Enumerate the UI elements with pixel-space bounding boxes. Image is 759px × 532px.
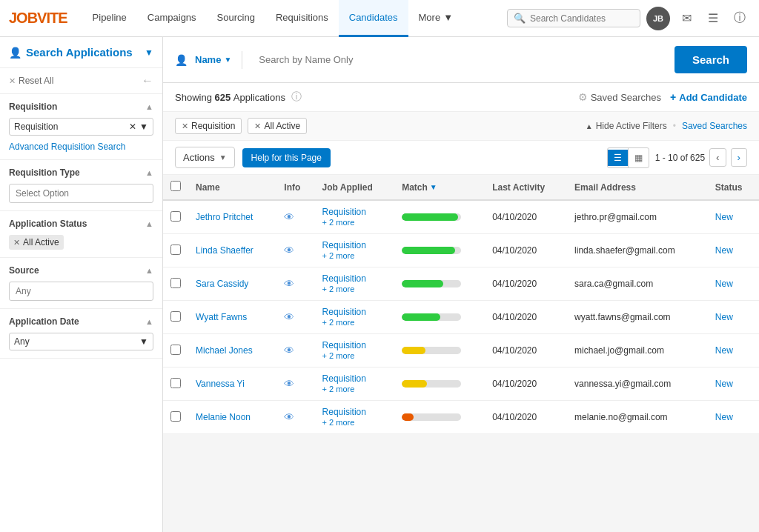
job-more-5[interactable]: + 2 more: [322, 385, 355, 393]
help-page-button[interactable]: Help for this Page: [242, 148, 331, 167]
nav-candidates[interactable]: Candidates: [339, 0, 408, 37]
app-status-header[interactable]: Application Status ▲: [9, 219, 153, 229]
candidate-name-6[interactable]: Melanie Noon: [196, 412, 251, 422]
nav-links: Pipeline Campaigns Sourcing Requisitions…: [82, 0, 507, 37]
chevron-down-icon[interactable]: ▼: [139, 122, 148, 132]
job-applied-1[interactable]: Requisition: [322, 240, 366, 250]
chevron-down-icon[interactable]: ▼: [139, 336, 148, 347]
search-button[interactable]: Search: [675, 46, 747, 73]
add-candidate-button[interactable]: + Add Candidate: [670, 91, 747, 103]
status-2[interactable]: New: [715, 279, 733, 289]
select-all-checkbox[interactable]: [170, 181, 181, 191]
nav-campaigns[interactable]: Campaigns: [137, 0, 207, 37]
nav-more[interactable]: More ▼: [408, 0, 464, 37]
nav-requisitions[interactable]: Requisitions: [265, 0, 339, 37]
candidate-search-input[interactable]: [530, 13, 634, 24]
row-checkbox-0[interactable]: [170, 211, 181, 222]
candidate-info-icon-4[interactable]: 👁: [284, 345, 294, 356]
search-field-dropdown[interactable]: Name ▼: [195, 54, 231, 65]
search-name-input[interactable]: [253, 54, 667, 65]
list-view-button[interactable]: ☰: [608, 150, 628, 166]
candidate-info-icon-5[interactable]: 👁: [284, 378, 294, 390]
job-more-1[interactable]: + 2 more: [322, 251, 355, 260]
nav-pipeline[interactable]: Pipeline: [82, 0, 137, 37]
reset-all-button[interactable]: ✕ Reset All ←: [0, 68, 162, 94]
saved-searches-right[interactable]: Saved Searches: [682, 121, 747, 131]
job-applied-3[interactable]: Requisition: [322, 307, 366, 317]
candidate-name-4[interactable]: Michael Jones: [196, 345, 253, 356]
avatar[interactable]: JB: [646, 7, 670, 30]
hide-active-filters-button[interactable]: ▲ Hide Active Filters: [586, 121, 667, 131]
req-type-header[interactable]: Requisition Type ▲: [9, 167, 153, 178]
pagination: 1 - 10 of 625 ‹ ›: [655, 148, 747, 167]
req-type-input[interactable]: [9, 184, 153, 203]
candidate-info-icon-3[interactable]: 👁: [284, 311, 294, 323]
job-more-4[interactable]: + 2 more: [322, 351, 355, 360]
status-6[interactable]: New: [715, 412, 733, 422]
menu-icon[interactable]: ☰: [703, 8, 723, 29]
clear-status-icon[interactable]: ✕: [13, 238, 20, 247]
chevron-down-icon[interactable]: ▼: [145, 47, 153, 58]
top-navigation: JOBVITE Pipeline Campaigns Sourcing Requ…: [0, 0, 759, 37]
job-applied-2[interactable]: Requisition: [322, 273, 366, 284]
row-checkbox-5[interactable]: [170, 378, 181, 388]
status-4[interactable]: New: [715, 345, 733, 356]
job-applied-6[interactable]: Requisition: [322, 407, 366, 417]
job-more-6[interactable]: + 2 more: [322, 418, 355, 427]
job-more-2[interactable]: + 2 more: [322, 285, 355, 293]
next-page-button[interactable]: ›: [731, 148, 747, 167]
row-checkbox-2[interactable]: [170, 278, 181, 288]
job-more-3[interactable]: + 2 more: [322, 318, 355, 327]
requisition-dropdown[interactable]: Requisition ✕ ▼: [9, 118, 153, 136]
status-1[interactable]: New: [715, 245, 733, 256]
job-applied-4[interactable]: Requisition: [322, 340, 366, 350]
candidate-search-box[interactable]: 🔍: [507, 9, 640, 27]
candidate-info-icon-2[interactable]: 👁: [284, 278, 294, 290]
candidate-info-icon-1[interactable]: 👁: [284, 245, 294, 256]
help-icon[interactable]: ⓘ: [729, 8, 750, 29]
match-bar-0: [402, 213, 461, 221]
actions-dropdown[interactable]: Actions ▼: [175, 147, 235, 168]
candidate-name-0[interactable]: Jethro Pritchet: [196, 212, 253, 222]
mail-icon[interactable]: ✉: [676, 8, 697, 29]
source-input[interactable]: [9, 282, 153, 301]
candidate-info-icon-6[interactable]: 👁: [284, 411, 294, 423]
match-bar-6: [402, 413, 461, 421]
match-column-header[interactable]: Match ▼: [394, 175, 485, 200]
grid-view-button[interactable]: ▦: [629, 150, 649, 166]
all-active-filter-chip: ✕ All Active: [248, 118, 307, 134]
candidate-name-1[interactable]: Linda Shaeffer: [196, 245, 253, 256]
row-checkbox-1[interactable]: [170, 245, 181, 255]
row-checkbox-6[interactable]: [170, 411, 181, 422]
job-more-0[interactable]: + 2 more: [322, 218, 355, 227]
clear-requisition-icon[interactable]: ✕: [129, 122, 136, 132]
app-date-header[interactable]: Application Date ▲: [9, 316, 153, 327]
nav-sourcing[interactable]: Sourcing: [207, 0, 265, 37]
table-row: Wyatt Fawns 👁 Requisition + 2 more 04/10…: [163, 301, 759, 334]
source-header[interactable]: Source ▲: [9, 265, 153, 276]
candidate-info-icon-0[interactable]: 👁: [284, 211, 294, 223]
requisition-section-header[interactable]: Requisition ▲: [9, 102, 153, 112]
match-bar-1: [402, 247, 461, 254]
email-1: linda.shaefer@gmail.com: [567, 234, 708, 267]
row-checkbox-3[interactable]: [170, 311, 181, 322]
app-date-dropdown[interactable]: Any ▼: [9, 333, 153, 350]
job-applied-5[interactable]: Requisition: [322, 373, 366, 384]
match-fill-1: [402, 247, 455, 254]
previous-page-button[interactable]: ‹: [709, 148, 726, 167]
email-4: michael.jo@gmail.com: [567, 334, 708, 368]
remove-all-active-filter[interactable]: ✕: [254, 122, 261, 131]
candidate-name-3[interactable]: Wyatt Fawns: [196, 312, 247, 322]
status-5[interactable]: New: [715, 379, 733, 389]
candidate-name-5[interactable]: Vannessa Yi: [196, 379, 245, 389]
advanced-requisition-link[interactable]: Advanced Requisition Search: [9, 142, 153, 152]
remove-requisition-filter[interactable]: ✕: [182, 122, 188, 131]
last-activity-0: 04/10/2020: [485, 200, 567, 234]
saved-searches-button[interactable]: ⚙ Saved Searches: [578, 91, 661, 103]
help-circle-icon[interactable]: ⓘ: [291, 90, 302, 104]
status-3[interactable]: New: [715, 312, 733, 322]
status-0[interactable]: New: [715, 212, 733, 222]
job-applied-0[interactable]: Requisition: [322, 207, 366, 217]
candidate-name-2[interactable]: Sara Cassidy: [196, 279, 248, 289]
row-checkbox-4[interactable]: [170, 345, 181, 355]
